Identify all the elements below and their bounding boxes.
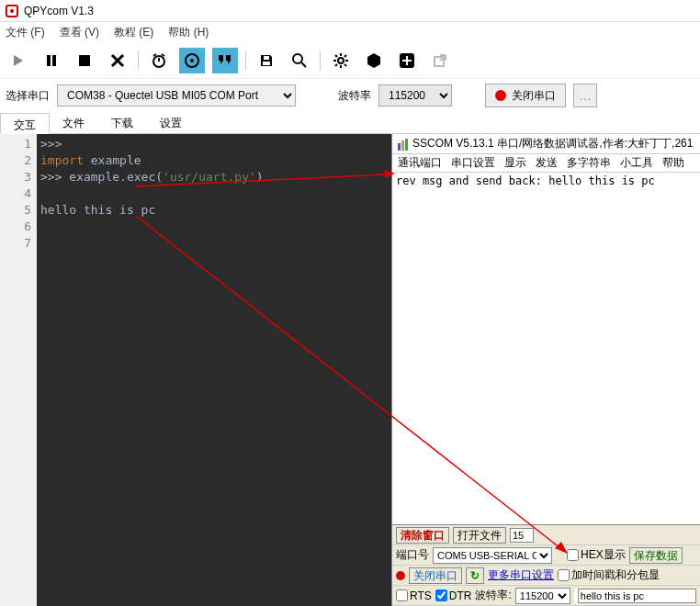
app-logo-icon	[6, 5, 18, 17]
status-dot-icon	[495, 90, 506, 101]
ss-baud-label: 波特率:	[475, 588, 511, 603]
port-select[interactable]: COM38 - Quectel USB MI05 COM Port	[57, 84, 296, 107]
ss-save-button[interactable]: 保存数据	[629, 547, 683, 564]
ss-rts-checkbox[interactable]: RTS	[396, 589, 432, 602]
ss-port-select[interactable]: COM5 USB-SERIAL CH340	[433, 547, 552, 564]
pause-icon[interactable]	[39, 48, 64, 73]
ss-menu-send[interactable]: 发送	[536, 155, 558, 171]
svg-line-24	[344, 55, 346, 57]
sscom-logo-icon	[396, 138, 409, 151]
ss-portno-label: 端口号	[396, 547, 429, 563]
svg-line-22	[344, 64, 346, 66]
svg-rect-2	[52, 55, 56, 66]
ss-menu-port[interactable]: 通讯端口	[398, 155, 442, 171]
menu-file[interactable]: 文件 (F)	[6, 25, 45, 40]
toolbar	[0, 42, 700, 79]
ss-filenum-input[interactable]	[510, 528, 534, 543]
svg-rect-12	[264, 56, 269, 60]
svg-line-21	[335, 55, 337, 57]
port-row: 选择串口 COM38 - Quectel USB MI05 COM Port 波…	[0, 79, 700, 112]
svg-point-14	[293, 54, 302, 63]
menu-tutorial[interactable]: 教程 (E)	[114, 25, 153, 40]
ss-hex-checkbox[interactable]: HEX显示	[567, 547, 626, 563]
ss-menu-disp[interactable]: 显示	[504, 155, 526, 171]
search-icon[interactable]	[287, 48, 312, 73]
gear-icon[interactable]	[328, 48, 354, 73]
ss-dtr-checkbox[interactable]: DTR	[435, 589, 472, 602]
ss-menu-help[interactable]: 帮助	[662, 155, 684, 171]
tab-download[interactable]: 下载	[98, 112, 147, 133]
svg-point-16	[338, 58, 344, 63]
ss-close-port-button[interactable]: 关闭串口	[409, 567, 462, 584]
svg-rect-32	[398, 143, 401, 151]
ss-clear-button[interactable]: 清除窗口	[396, 527, 449, 544]
svg-rect-3	[79, 55, 90, 66]
external-icon[interactable]	[427, 48, 453, 73]
app-title: QPYcom V1.3	[24, 5, 94, 17]
sscom-titlebar: SSCOM V5.13.1 串口/网络数据调试器,作者:大虾丁丁,261	[392, 134, 700, 154]
svg-marker-0	[14, 55, 23, 66]
svg-line-8	[153, 54, 156, 56]
baud-label: 波特率	[338, 88, 371, 104]
close-icon[interactable]	[105, 48, 130, 73]
plus-icon[interactable]	[394, 48, 420, 73]
svg-rect-34	[405, 139, 408, 151]
tab-settings[interactable]: 设置	[147, 112, 196, 133]
ss-more-cfg-link[interactable]: 更多串口设置	[488, 567, 554, 583]
sscom-menubar: 通讯端口 串口设置 显示 发送 多字符串 小工具 帮助	[392, 154, 700, 173]
svg-rect-33	[401, 140, 404, 151]
sscom-output[interactable]: rev msg and send back: hello this is pc	[392, 173, 700, 524]
menubar: 文件 (F) 查看 (V) 教程 (E) 帮助 (H)	[0, 22, 700, 42]
tabs: 交互 文件 下载 设置	[0, 112, 700, 134]
ss-status-dot-icon	[396, 571, 405, 580]
svg-line-15	[301, 62, 306, 67]
ss-timestamp-checkbox[interactable]: 加时间戳和分包显	[558, 567, 660, 583]
ss-menu-mstr[interactable]: 多字符串	[567, 155, 611, 171]
quote-icon[interactable]	[212, 48, 238, 73]
extra-button[interactable]: …	[573, 84, 597, 107]
titlebar: QPYcom V1.3	[0, 0, 700, 22]
sscom-bottom: 清除窗口 打开文件 端口号 COM5 USB-SERIAL CH340 HEX显…	[392, 524, 700, 606]
stop-icon[interactable]	[72, 48, 97, 73]
run-icon[interactable]	[6, 48, 31, 73]
svg-line-23	[335, 64, 337, 66]
svg-rect-1	[47, 55, 51, 66]
ss-menu-cfg[interactable]: 串口设置	[451, 155, 495, 171]
ss-baud-select[interactable]: 115200	[515, 588, 570, 604]
sscom-window: SSCOM V5.13.1 串口/网络数据调试器,作者:大虾丁丁,261 通讯端…	[391, 134, 700, 606]
svg-line-9	[162, 54, 164, 56]
tab-file[interactable]: 文件	[50, 112, 98, 133]
menu-view[interactable]: 查看 (V)	[60, 25, 99, 40]
baud-select[interactable]: 115200	[378, 84, 452, 107]
clock-icon[interactable]	[146, 48, 172, 73]
save-icon[interactable]	[254, 48, 279, 73]
port-label: 选择串口	[6, 88, 50, 104]
menu-help[interactable]: 帮助 (H)	[168, 25, 209, 40]
close-port-button[interactable]: 关闭串口	[485, 84, 566, 107]
ss-refresh-icon[interactable]: ↻	[466, 567, 484, 584]
tab-interact[interactable]: 交互	[0, 113, 50, 134]
svg-point-11	[190, 59, 194, 62]
ss-send-input[interactable]	[578, 589, 696, 603]
ss-openfile-button[interactable]: 打开文件	[453, 527, 506, 544]
cube-icon[interactable]	[361, 48, 387, 73]
ss-menu-tools[interactable]: 小工具	[620, 155, 653, 171]
disc-icon[interactable]	[179, 48, 205, 73]
svg-rect-13	[263, 62, 270, 65]
gutter: 1234567	[0, 134, 37, 606]
